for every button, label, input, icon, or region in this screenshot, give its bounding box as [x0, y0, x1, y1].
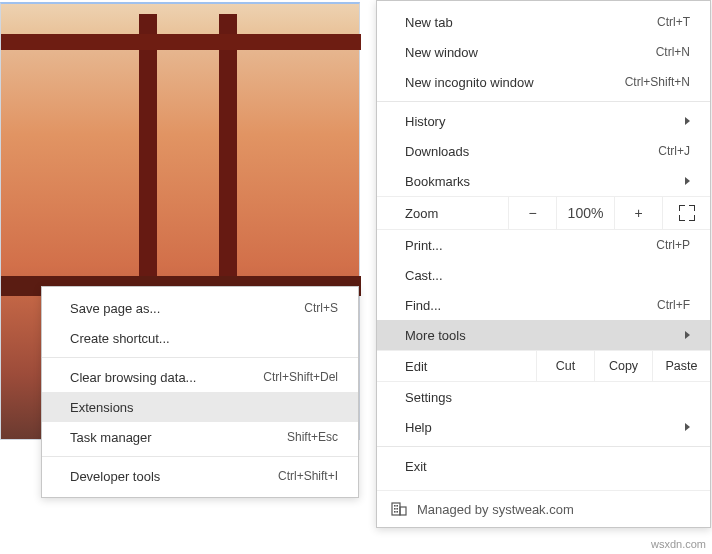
menu-label: Find... — [405, 298, 657, 313]
menu-accel: Ctrl+S — [304, 301, 338, 315]
menu-label: Help — [405, 420, 677, 435]
menu-label: Exit — [405, 459, 690, 474]
menu-new-window[interactable]: New window Ctrl+N — [377, 37, 710, 67]
menu-label: Create shortcut... — [70, 331, 338, 346]
menu-label: Downloads — [405, 144, 658, 159]
fullscreen-button[interactable] — [662, 197, 710, 229]
menu-accel: Ctrl+J — [658, 144, 690, 158]
edit-paste[interactable]: Paste — [652, 351, 710, 381]
separator — [42, 456, 358, 457]
menu-accel: Ctrl+F — [657, 298, 690, 312]
menu-label: Extensions — [70, 400, 338, 415]
submenu-save-page[interactable]: Save page as... Ctrl+S — [42, 293, 358, 323]
submenu-arrow-icon — [685, 117, 690, 125]
menu-accel: Ctrl+N — [656, 45, 690, 59]
menu-find[interactable]: Find... Ctrl+F — [377, 290, 710, 320]
managed-by-row[interactable]: Managed by systweak.com — [377, 490, 710, 527]
zoom-label: Zoom — [377, 206, 508, 221]
svg-rect-1 — [400, 507, 406, 515]
zoom-percent: 100% — [556, 197, 614, 229]
menu-accel: Ctrl+T — [657, 15, 690, 29]
menu-accel: Ctrl+Shift+N — [625, 75, 690, 89]
more-tools-submenu: Save page as... Ctrl+S Create shortcut..… — [41, 286, 359, 498]
menu-bookmarks[interactable]: Bookmarks — [377, 166, 710, 196]
menu-settings[interactable]: Settings — [377, 382, 710, 412]
separator — [377, 446, 710, 447]
organization-icon — [391, 501, 407, 517]
menu-label: Cast... — [405, 268, 690, 283]
menu-label: New window — [405, 45, 656, 60]
menu-label: New tab — [405, 15, 657, 30]
menu-label: Clear browsing data... — [70, 370, 263, 385]
menu-label: New incognito window — [405, 75, 625, 90]
zoom-row: Zoom − 100% + — [377, 196, 710, 230]
menu-history[interactable]: History — [377, 106, 710, 136]
managed-label: Managed by systweak.com — [417, 502, 574, 517]
submenu-arrow-icon — [685, 423, 690, 431]
main-menu: New tab Ctrl+T New window Ctrl+N New inc… — [376, 0, 711, 528]
separator — [42, 357, 358, 358]
svg-rect-4 — [394, 508, 396, 510]
menu-label: Developer tools — [70, 469, 278, 484]
menu-label: More tools — [405, 328, 677, 343]
menu-new-tab[interactable]: New tab Ctrl+T — [377, 7, 710, 37]
menu-accel: Ctrl+Shift+Del — [263, 370, 338, 384]
submenu-arrow-icon — [685, 331, 690, 339]
menu-exit[interactable]: Exit — [377, 451, 710, 481]
edit-label: Edit — [377, 351, 536, 381]
submenu-create-shortcut[interactable]: Create shortcut... — [42, 323, 358, 353]
menu-label: Print... — [405, 238, 656, 253]
edit-copy[interactable]: Copy — [594, 351, 652, 381]
edit-row: Edit Cut Copy Paste — [377, 350, 710, 382]
svg-rect-7 — [396, 511, 398, 513]
submenu-arrow-icon — [685, 177, 690, 185]
svg-rect-3 — [396, 505, 398, 507]
fullscreen-icon — [679, 205, 695, 221]
menu-label: History — [405, 114, 677, 129]
menu-help[interactable]: Help — [377, 412, 710, 442]
menu-accel: Ctrl+Shift+I — [278, 469, 338, 483]
watermark: wsxdn.com — [651, 538, 706, 550]
submenu-clear-browsing[interactable]: Clear browsing data... Ctrl+Shift+Del — [42, 362, 358, 392]
menu-label: Task manager — [70, 430, 287, 445]
menu-cast[interactable]: Cast... — [377, 260, 710, 290]
submenu-task-manager[interactable]: Task manager Shift+Esc — [42, 422, 358, 452]
menu-print[interactable]: Print... Ctrl+P — [377, 230, 710, 260]
menu-new-incognito[interactable]: New incognito window Ctrl+Shift+N — [377, 67, 710, 97]
menu-label: Settings — [405, 390, 690, 405]
menu-more-tools[interactable]: More tools — [377, 320, 710, 350]
menu-accel: Ctrl+P — [656, 238, 690, 252]
svg-rect-0 — [392, 503, 400, 515]
svg-rect-5 — [396, 508, 398, 510]
svg-rect-6 — [394, 511, 396, 513]
menu-label: Bookmarks — [405, 174, 677, 189]
menu-downloads[interactable]: Downloads Ctrl+J — [377, 136, 710, 166]
edit-cut[interactable]: Cut — [536, 351, 594, 381]
svg-rect-2 — [394, 505, 396, 507]
zoom-in-button[interactable]: + — [614, 197, 662, 229]
separator — [377, 101, 710, 102]
zoom-out-button[interactable]: − — [508, 197, 556, 229]
submenu-extensions[interactable]: Extensions — [42, 392, 358, 422]
submenu-developer-tools[interactable]: Developer tools Ctrl+Shift+I — [42, 461, 358, 491]
menu-accel: Shift+Esc — [287, 430, 338, 444]
menu-label: Save page as... — [70, 301, 304, 316]
